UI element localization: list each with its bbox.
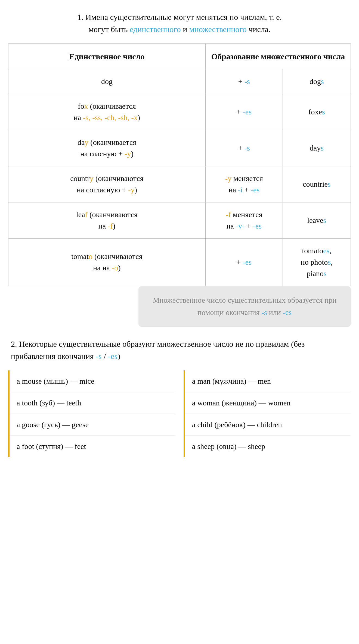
singular-link: единственного xyxy=(130,25,181,34)
result-cell: tomatoes,но photos,pianos xyxy=(283,239,351,286)
singular-cell: tomato (оканчиваютсяна на -o) xyxy=(8,239,206,286)
section2-text1: 2. Некоторые существительные образуют мн… xyxy=(11,339,305,361)
summary-box: Множественное число существительных обра… xyxy=(138,286,351,327)
singular-cell: dog xyxy=(8,69,206,94)
intro-text1: 1. Имена существительные могут меняться … xyxy=(77,12,282,21)
table-row: tomato (оканчиваютсяна на -o) + -es toma… xyxy=(8,239,351,286)
summary-text: Множественное число существительных обра… xyxy=(153,296,337,317)
list-item: a child (ребёнок) — children xyxy=(185,414,351,436)
table-row: country (оканчиваютсяна согласную + -y) … xyxy=(8,166,351,202)
result-cell: days xyxy=(283,130,351,166)
irregular-left-column: a mouse (мышь) — mice a tooth (зуб) — te… xyxy=(8,370,175,457)
header-singular: Единственное число xyxy=(8,44,206,69)
formation-cell: -y меняетсяна -i + -es xyxy=(205,166,283,202)
intro-text4: числа. xyxy=(247,25,271,34)
intro-text3: и xyxy=(181,25,189,34)
section2-slash: / xyxy=(102,352,108,361)
singular-cell: day (оканчиваетсяна гласную + -y) xyxy=(8,130,206,166)
intro-paragraph: 1. Имена существительные могут меняться … xyxy=(8,11,351,35)
list-item: a man (мужчина) — men xyxy=(185,370,351,392)
irregular-right-column: a man (мужчина) — men a woman (женщина) … xyxy=(184,370,351,457)
section2-s: -s xyxy=(96,352,102,361)
list-item: a tooth (зуб) — teeth xyxy=(10,392,175,414)
formation-cell: + -es xyxy=(205,239,283,286)
summary-or: или xyxy=(267,308,283,317)
irregular-nouns-section: a mouse (мышь) — mice a tooth (зуб) — te… xyxy=(8,370,351,457)
list-item: a woman (женщина) — women xyxy=(185,392,351,414)
formation-cell: + -s xyxy=(205,130,283,166)
formation-cell: + -s xyxy=(205,69,283,94)
table-row: day (оканчиваетсяна гласную + -y) + -s d… xyxy=(8,130,351,166)
summary-es: -es xyxy=(283,308,292,317)
header-formation: Образование множественного числа xyxy=(205,44,351,69)
list-item: a foot (ступня) — feet xyxy=(10,436,175,457)
table-row: leaf (оканчиваютсяна -f) -f меняетсяна -… xyxy=(8,202,351,239)
singular-cell: leaf (оканчиваютсяна -f) xyxy=(8,202,206,239)
result-cell: dogs xyxy=(283,69,351,94)
list-item: a goose (гусь) — geese xyxy=(10,414,175,436)
result-cell: countries xyxy=(283,166,351,202)
section2-close: ) xyxy=(117,352,120,361)
summary-s: -s xyxy=(262,308,267,317)
list-item: a sheep (овца) — sheep xyxy=(185,436,351,457)
list-item: a mouse (мышь) — mice xyxy=(10,370,175,392)
plurals-table: Единственное число Образование множестве… xyxy=(8,43,351,286)
plural-link: множественного xyxy=(189,25,247,34)
result-cell: foxes xyxy=(283,94,351,130)
section2-title: 2. Некоторые существительные образуют мн… xyxy=(8,338,351,362)
singular-cell: fox (оканчиваетсяна -s, -ss, -ch, -sh, -… xyxy=(8,94,206,130)
formation-cell: -f меняетсяна -v- + -es xyxy=(205,202,283,239)
table-row: fox (оканчиваетсяна -s, -ss, -ch, -sh, -… xyxy=(8,94,351,130)
result-cell: leaves xyxy=(283,202,351,239)
intro-text2: могут быть xyxy=(88,25,130,34)
section2-es: -es xyxy=(108,352,117,361)
singular-cell: country (оканчиваютсяна согласную + -y) xyxy=(8,166,206,202)
formation-cell: + -es xyxy=(205,94,283,130)
table-row: dog + -s dogs xyxy=(8,69,351,94)
